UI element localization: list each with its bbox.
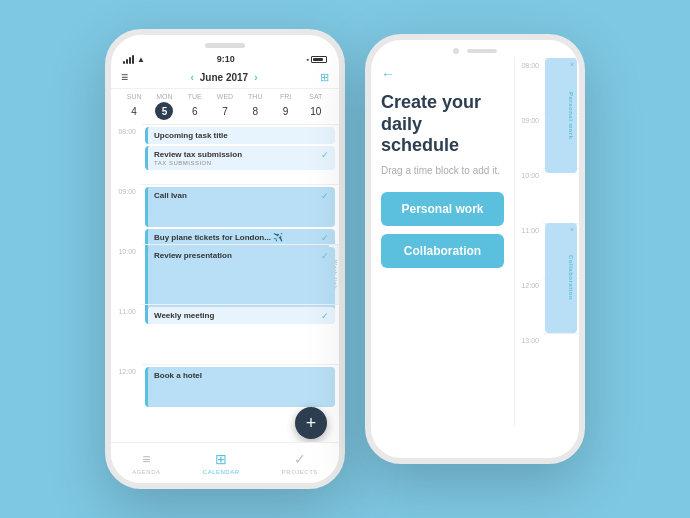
day-col-mon[interactable]: MON 5 <box>149 93 179 120</box>
wifi-icon: ▲ <box>137 55 145 64</box>
camera-dot <box>453 48 459 54</box>
month-nav: ‹ June 2017 › <box>190 72 257 83</box>
p2-time-1200: 12:00 <box>515 280 543 335</box>
collaboration-close-icon[interactable]: × <box>570 226 574 233</box>
phone1-speaker <box>205 43 245 48</box>
p2-line-1000 <box>543 168 579 223</box>
phone-1: ▲ 9:10 ▪ ≡ ‹ June 2017 › ⊞ SUN <box>105 29 345 489</box>
p2-time-1300: 13:00 <box>515 335 543 390</box>
battery-fill <box>313 58 323 61</box>
bar3 <box>129 57 131 64</box>
time-1100: 11:00 <box>111 306 141 366</box>
speaker-bar <box>467 49 497 53</box>
calendar-scroll-area[interactable]: 08:00 09:00 10:00 11:00 12:00 Upcoming t… <box>111 124 339 452</box>
personal-work-event[interactable]: × Personal work <box>545 58 577 173</box>
day-col-sun: SUN 4 <box>119 93 149 120</box>
signal-icons: ▲ <box>123 55 145 64</box>
phone2-sensors <box>453 48 497 54</box>
projects-label: PROJECTS <box>282 469 318 475</box>
time-labels: 08:00 09:00 10:00 11:00 12:00 <box>111 124 141 452</box>
event-weekly-meeting[interactable]: ✓ Weekly meeting <box>145 307 335 324</box>
time-line-1000: Review presentation ✓ <box>141 244 339 304</box>
time-line-0900: ✓ Call Ivan ✓ Buy plane tickets for Lond… <box>141 184 339 244</box>
battery-icon: ▪ <box>307 56 309 63</box>
time-line-0800: Upcoming task title ✓ Review tax submiss… <box>141 124 339 184</box>
check-icon-3: ✓ <box>321 233 329 243</box>
personal-work-close-icon[interactable]: × <box>570 61 574 68</box>
prev-month-arrow[interactable]: ‹ <box>190 72 193 83</box>
calendar-view-icon[interactable]: ⊞ <box>320 71 329 84</box>
time-grid: 08:00 09:00 10:00 11:00 12:00 Upcoming t… <box>111 124 339 452</box>
phone2-time-grid: 08:00 09:00 10:00 11:00 12:00 13:00 <box>514 58 579 426</box>
check-icon-2: ✓ <box>321 191 329 201</box>
collaboration-event[interactable]: × Collaboration <box>545 223 577 333</box>
personal-work-button[interactable]: Personal work <box>381 192 504 226</box>
back-arrow[interactable]: ← <box>381 66 504 82</box>
p2-time-1100: 11:00 <box>515 225 543 280</box>
calendar-label: CALENDAR <box>203 469 240 475</box>
nav-calendar[interactable]: ⊞ CALENDAR <box>203 451 240 475</box>
bar4 <box>132 55 134 64</box>
event-book-hotel[interactable]: Book a hotel <box>145 367 335 407</box>
phone2-layout: ← Create your daily schedule Drag a time… <box>371 58 579 426</box>
phone2-events-col: × Personal work × Collaboration <box>543 58 579 426</box>
phone2-left-panel: ← Create your daily schedule Drag a time… <box>371 58 514 426</box>
day-col-fri: FRI 9 <box>270 93 300 120</box>
week-header: SUN 4 MON 5 TUE 6 WED 7 THU 8 FRI 9 <box>111 89 339 124</box>
collaboration-button[interactable]: Collaboration <box>381 234 504 268</box>
phone1-top-bar <box>111 35 339 52</box>
time-line-1100: ✓ Weekly meeting Meeting <box>141 304 339 364</box>
nav-projects[interactable]: ✓ PROJECTS <box>282 451 318 475</box>
day-col-thu: THU 8 <box>240 93 270 120</box>
phone1-status-bar: ▲ 9:10 ▪ <box>111 52 339 66</box>
nav-agenda[interactable]: ≡ AGENDA <box>132 451 160 475</box>
time-1000: 10:00 <box>111 246 141 306</box>
p2-time-1000: 10:00 <box>515 170 543 225</box>
schedule-subtitle: Drag a time block to add it. <box>381 165 504 176</box>
battery-area: ▪ <box>307 56 327 63</box>
signal-bars <box>123 55 134 64</box>
agenda-label: AGENDA <box>132 469 160 475</box>
projects-icon: ✓ <box>294 451 306 467</box>
app-header: ≡ ‹ June 2017 › ⊞ <box>111 66 339 89</box>
time-0800: 08:00 <box>111 126 141 186</box>
schedule-title: Create your daily schedule <box>381 92 504 157</box>
phone2-top-bar <box>371 40 579 58</box>
agenda-icon: ≡ <box>142 451 150 467</box>
calendar-icon: ⊞ <box>215 451 227 467</box>
time-0900: 09:00 <box>111 186 141 246</box>
p2-line-1300 <box>543 333 579 388</box>
day-col-sat: SAT 10 <box>301 93 331 120</box>
battery-body <box>311 56 327 63</box>
menu-icon[interactable]: ≡ <box>121 70 128 84</box>
next-month-arrow[interactable]: › <box>254 72 257 83</box>
p2-time-0900: 09:00 <box>515 115 543 170</box>
phone-2: ← Create your daily schedule Drag a time… <box>365 34 585 464</box>
event-upcoming-task[interactable]: Upcoming task title <box>145 127 335 144</box>
event-tax-submission[interactable]: ✓ Review tax submission TAX SUBMISSION <box>145 146 335 170</box>
check-icon-5: ✓ <box>321 311 329 321</box>
phone2-time-labels: 08:00 09:00 10:00 11:00 12:00 13:00 <box>515 58 543 426</box>
events-column: Upcoming task title ✓ Review tax submiss… <box>141 124 339 452</box>
event-call-ivan[interactable]: ✓ Call Ivan <box>145 187 335 227</box>
check-icon-4: ✓ <box>321 251 329 261</box>
bar2 <box>126 59 128 64</box>
time-1200: 12:00 <box>111 366 141 426</box>
p2-time-0800: 08:00 <box>515 60 543 115</box>
status-time: 9:10 <box>217 54 235 64</box>
fab-button[interactable]: + <box>295 407 327 439</box>
day-col-wed: WED 7 <box>210 93 240 120</box>
check-icon: ✓ <box>321 150 329 160</box>
phones-container: ▲ 9:10 ▪ ≡ ‹ June 2017 › ⊞ SUN <box>105 29 585 489</box>
month-year-label: June 2017 <box>200 72 248 83</box>
day-col-tue: TUE 6 <box>180 93 210 120</box>
bottom-nav: ≡ AGENDA ⊞ CALENDAR ✓ PROJECTS <box>111 442 339 483</box>
bar1 <box>123 61 125 64</box>
